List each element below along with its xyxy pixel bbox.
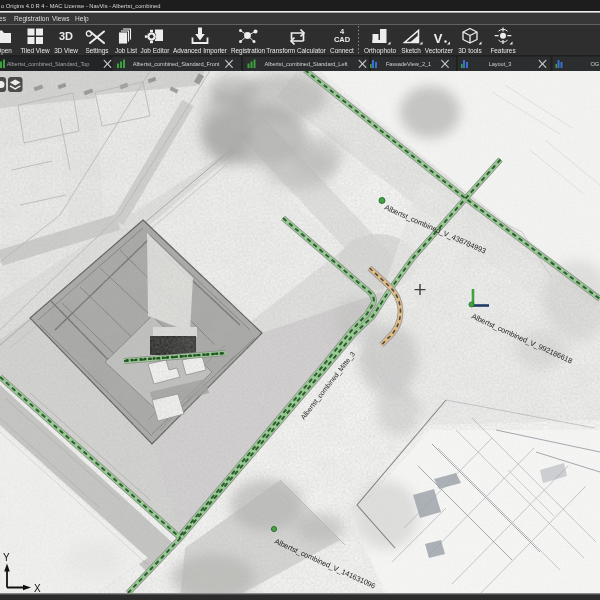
svg-text:Layout_3: Layout_3 bbox=[489, 61, 512, 67]
svg-text:Registration: Registration bbox=[231, 47, 266, 55]
svg-text:Help: Help bbox=[75, 15, 89, 23]
svg-text:3D View: 3D View bbox=[54, 47, 78, 54]
svg-text:3D: 3D bbox=[59, 30, 73, 42]
svg-text:Connect: Connect bbox=[330, 47, 354, 54]
svg-text:Advanced Importer: Advanced Importer bbox=[173, 47, 228, 55]
svg-text:Albertst_combined_Standard_Lef: Albertst_combined_Standard_Left bbox=[265, 61, 348, 67]
svg-text:X: X bbox=[34, 583, 41, 594]
svg-text:OG: OG bbox=[591, 61, 600, 67]
svg-text:Y: Y bbox=[3, 552, 10, 563]
svg-text:es: es bbox=[0, 15, 7, 22]
svg-text:CAD: CAD bbox=[334, 35, 351, 44]
svg-text:Views: Views bbox=[52, 15, 70, 22]
svg-text:o Origins 4.0 R 4 - MAC Licens: o Origins 4.0 R 4 - MAC License - NavVis… bbox=[1, 3, 160, 9]
svg-text:Job Editor: Job Editor bbox=[141, 47, 171, 54]
svg-text:Features: Features bbox=[490, 47, 515, 54]
svg-text:Settings: Settings bbox=[85, 47, 108, 55]
svg-text:Vectorizer: Vectorizer bbox=[425, 47, 454, 54]
svg-text:Registration: Registration bbox=[14, 15, 50, 23]
svg-text:Sketch: Sketch bbox=[401, 47, 421, 54]
svg-text:Job List: Job List bbox=[115, 47, 137, 54]
svg-text:Open: Open bbox=[0, 47, 12, 55]
svg-text:Transform Calculator: Transform Calculator bbox=[266, 47, 326, 54]
svg-text:Albertst_combined_Standard_Top: Albertst_combined_Standard_Top bbox=[7, 61, 90, 67]
svg-text:Albertst_combined_Standard_Fro: Albertst_combined_Standard_Front bbox=[133, 61, 220, 67]
svg-text:Tiled View: Tiled View bbox=[20, 47, 50, 54]
svg-text:Orthophoto: Orthophoto bbox=[364, 47, 396, 55]
svg-text:FassadeView_2_1: FassadeView_2_1 bbox=[386, 61, 431, 67]
svg-text:V: V bbox=[434, 31, 443, 46]
svg-text:3D tools: 3D tools bbox=[458, 47, 481, 54]
